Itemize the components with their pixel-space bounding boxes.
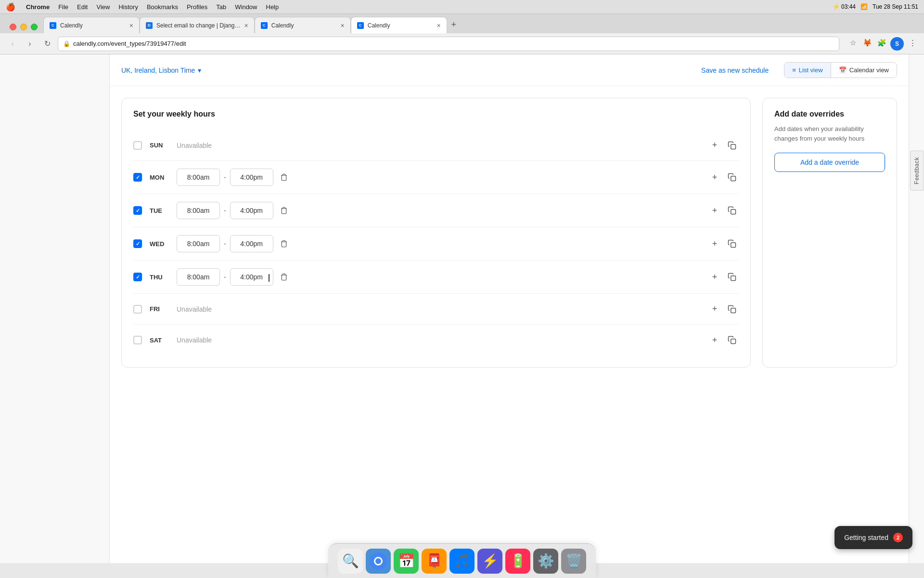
wed-add-button[interactable]: + [708, 237, 721, 250]
menubar-tab[interactable]: Tab [216, 3, 226, 11]
browser-tab-3[interactable]: C Calendly × [255, 17, 351, 33]
sat-checkbox[interactable] [133, 336, 142, 344]
mon-label: MON [150, 174, 169, 181]
browser-chrome: C Calendly × D Select email to change | … [0, 13, 924, 54]
thu-checkbox[interactable] [133, 273, 142, 281]
apple-menu[interactable]: 🍎 [6, 2, 15, 12]
mon-copy-button[interactable] [725, 171, 739, 184]
wed-label: WED [150, 240, 169, 248]
wed-checkbox[interactable] [133, 239, 142, 248]
puzzle-extension-icon[interactable]: 🧩 [876, 37, 887, 49]
fri-add-button[interactable]: + [708, 302, 721, 316]
sun-add-button[interactable]: + [708, 139, 721, 152]
getting-started-widget[interactable]: Getting started 2 [834, 526, 912, 549]
dock-trash-icon[interactable]: 🗑️ [561, 549, 586, 574]
sat-copy-button[interactable] [725, 333, 739, 347]
tab-title-1: Calendly [60, 22, 126, 29]
getting-started-label: Getting started [844, 534, 888, 541]
tue-checkbox[interactable] [133, 206, 142, 215]
tue-copy-button[interactable] [725, 204, 739, 217]
menubar-view[interactable]: View [96, 3, 110, 11]
profile-icon[interactable]: S [890, 37, 904, 51]
sat-add-button[interactable]: + [708, 333, 721, 347]
list-view-button[interactable]: ≡ List view [784, 63, 831, 78]
tab-favicon-3: C [261, 22, 268, 29]
new-tab-button[interactable]: + [447, 18, 461, 31]
tab-close-4[interactable]: × [437, 22, 441, 29]
menubar-help[interactable]: Help [266, 3, 279, 11]
mon-add-button[interactable]: + [708, 171, 721, 184]
tue-start-time[interactable] [177, 202, 220, 219]
dock-finder-icon[interactable]: 🔍 [338, 549, 363, 574]
fri-checkbox[interactable] [133, 305, 142, 314]
fri-actions: + [708, 302, 739, 316]
more-menu-icon[interactable]: ⋮ [907, 37, 918, 49]
wed-start-time[interactable] [177, 235, 220, 252]
tue-delete-button[interactable] [277, 204, 291, 217]
back-button[interactable]: ‹ [6, 37, 19, 51]
list-view-icon: ≡ [792, 66, 796, 74]
thu-add-button[interactable]: + [708, 270, 721, 284]
dock-mail-icon[interactable]: 📮 [422, 549, 447, 574]
mon-end-time[interactable] [230, 169, 273, 186]
dock-chrome-icon[interactable] [366, 549, 391, 574]
mon-actions: + [708, 171, 739, 184]
fox-extension-icon[interactable]: 🦊 [861, 37, 873, 49]
close-window-button[interactable] [10, 24, 16, 30]
mon-start-time[interactable] [177, 169, 220, 186]
forward-button[interactable]: › [23, 37, 37, 51]
browser-tab-4[interactable]: C Calendly × [351, 17, 447, 33]
dock-bolt-icon[interactable]: 🔋 [505, 549, 530, 574]
menubar-bookmarks[interactable]: Bookmarks [147, 3, 178, 11]
add-date-override-button[interactable]: Add a date override [774, 153, 885, 172]
svg-rect-1 [731, 176, 736, 181]
thu-actions: + [708, 270, 739, 284]
menubar-profiles[interactable]: Profiles [187, 3, 207, 11]
thu-copy-button[interactable] [725, 270, 739, 284]
feedback-tab[interactable]: Feedback [910, 151, 924, 191]
dock-settings-icon[interactable]: ⚙️ [533, 549, 558, 574]
address-bar[interactable]: 🔒 calendly.com/event_types/73919477/edit [58, 37, 839, 51]
thu-delete-button[interactable] [277, 270, 291, 284]
dock-app-icon[interactable]: ⚡ [477, 549, 502, 574]
time-display: Tue 28 Sep 11:51 [873, 3, 918, 10]
menubar-history[interactable]: History [118, 3, 138, 11]
fullscreen-window-button[interactable] [31, 24, 38, 30]
menubar-chrome[interactable]: Chrome [26, 3, 50, 11]
svg-rect-3 [731, 243, 736, 248]
menubar-window[interactable]: Window [235, 3, 257, 11]
tab-favicon-4: C [357, 22, 364, 29]
bookmark-star-icon[interactable]: ☆ [847, 37, 859, 49]
save-as-new-schedule-link[interactable]: Save as new schedule [701, 66, 769, 74]
mon-checkbox[interactable] [133, 173, 142, 182]
main-content: UK, Ireland, Lisbon Time ▾ Save as new s… [110, 54, 909, 563]
tab-close-3[interactable]: × [341, 22, 345, 29]
sun-label: SUN [150, 142, 169, 149]
tue-add-button[interactable]: + [708, 204, 721, 217]
calendar-view-button[interactable]: 📅 Calendar view [831, 63, 897, 78]
fri-copy-button[interactable] [725, 302, 739, 316]
dock-music-icon[interactable]: 🎵 [449, 549, 475, 574]
browser-tab-2[interactable]: D Select email to change | Djang… × [140, 17, 255, 33]
sun-checkbox[interactable] [133, 141, 142, 150]
browser-tab-1[interactable]: C Calendly × [43, 17, 140, 33]
text-cursor [269, 274, 270, 282]
minimize-window-button[interactable] [20, 24, 27, 30]
thu-end-time[interactable] [230, 268, 273, 286]
wed-delete-button[interactable] [277, 237, 291, 250]
mon-delete-button[interactable] [277, 171, 291, 184]
sun-copy-button[interactable] [725, 139, 739, 152]
tue-time-separator: - [224, 207, 226, 214]
tue-end-time[interactable] [230, 202, 273, 219]
timezone-selector[interactable]: UK, Ireland, Lisbon Time ▾ [121, 66, 201, 74]
menubar-file[interactable]: File [58, 3, 68, 11]
refresh-button[interactable]: ↻ [40, 37, 54, 51]
menubar-edit[interactable]: Edit [77, 3, 88, 11]
wed-end-time[interactable] [230, 235, 273, 252]
wed-copy-button[interactable] [725, 237, 739, 250]
tab-close-1[interactable]: × [129, 22, 133, 29]
tab-close-2[interactable]: × [244, 22, 248, 29]
thu-start-time[interactable] [177, 268, 220, 286]
dock-calendly-icon[interactable]: 📅 [394, 549, 419, 574]
calendar-view-icon: 📅 [839, 66, 847, 74]
